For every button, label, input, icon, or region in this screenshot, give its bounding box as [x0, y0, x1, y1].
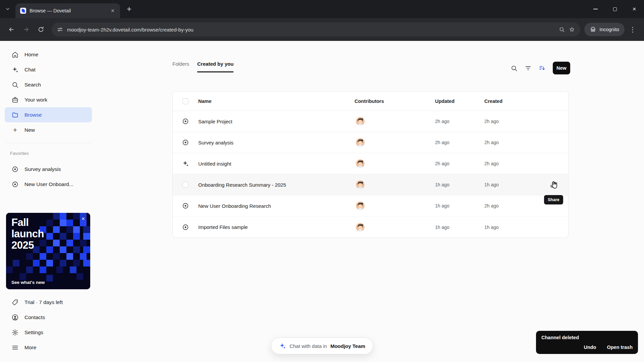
chat-pill-text: Chat with data in — [289, 343, 327, 349]
back-button[interactable] — [5, 23, 18, 36]
sidebar-item-label: Trial · 7 days left — [24, 299, 63, 305]
undo-button[interactable]: Undo — [584, 345, 596, 350]
sparkle-icon — [279, 342, 286, 350]
table-header: Name Contributors Updated Created — [173, 92, 568, 111]
reload-button[interactable] — [34, 23, 48, 36]
target-icon — [182, 202, 189, 209]
browser-menu-button[interactable]: ⋮ — [626, 23, 639, 36]
maximize-button[interactable] — [605, 0, 625, 18]
sidebar-item-trial[interactable]: Trial · 7 days left — [5, 295, 92, 310]
chat-with-data-pill[interactable]: Chat with data in Moodjoy Team — [271, 338, 373, 354]
table-row[interactable]: Sample Project 2h ago 2h ago — [173, 111, 568, 132]
sidebar-item-home[interactable]: Home — [5, 47, 92, 62]
sidebar-item-contacts[interactable]: Contacts — [5, 310, 92, 325]
forward-button[interactable] — [19, 23, 33, 36]
new-button[interactable]: New — [553, 62, 570, 74]
tab-created-by-you[interactable]: Created by you — [197, 61, 233, 72]
sidebar-nav: Home Chat Search Your work Browse + New — [0, 47, 97, 137]
table-row[interactable]: Survey analysis 2h ago 2h ago — [173, 132, 568, 153]
home-icon — [11, 51, 19, 58]
zoom-icon[interactable] — [559, 26, 565, 33]
sidebar-item-settings[interactable]: Settings — [5, 325, 92, 340]
tab-close-icon[interactable]: × — [109, 7, 117, 15]
chevron-down-icon — [5, 6, 10, 12]
sidebar-item-your-work[interactable]: Your work — [5, 92, 92, 107]
site-info-icon[interactable] — [57, 26, 63, 33]
sidebar: Home Chat Search Your work Browse + New … — [0, 41, 97, 362]
avatar-icon — [356, 201, 365, 210]
contributor-avatar — [356, 180, 365, 189]
table-row-hovered[interactable]: Onboarding Research Summary - 2025 1h ag… — [173, 174, 568, 195]
column-header-contributors[interactable]: Contributors — [355, 99, 435, 104]
new-tab-button[interactable]: + — [123, 3, 136, 15]
bookmark-star-icon[interactable] — [569, 26, 575, 33]
contributor-avatar — [356, 223, 365, 232]
sparkle-icon — [182, 160, 189, 167]
items-table: Name Contributors Updated Created Sample… — [172, 91, 569, 238]
tab-title: Browse — Dovetail — [30, 8, 105, 13]
favorite-item-new-user-onboarding[interactable]: New User Onboard... — [5, 177, 92, 192]
back-icon — [8, 26, 15, 33]
sidebar-item-chat[interactable]: Chat — [5, 62, 92, 77]
row-checkbox[interactable] — [182, 182, 189, 188]
row-name[interactable]: Onboarding Research Summary - 2025 — [198, 182, 355, 188]
contributor-avatar — [356, 201, 365, 210]
filter-button[interactable] — [524, 64, 532, 72]
row-updated: 2h ago — [435, 140, 484, 145]
favorite-item-survey-analysis[interactable]: Survey analysis — [5, 162, 92, 177]
select-all-checkbox[interactable] — [182, 98, 189, 104]
toast-title: Channel deleted — [541, 335, 633, 340]
row-updated: 1h ago — [435, 225, 484, 230]
browser-toolbar: moodjoy-team-2h2v.dovetail.com/browse/cr… — [0, 18, 644, 41]
promo-card[interactable]: Fall launch 2025 See what's new × — [6, 213, 90, 289]
folder-icon — [11, 111, 19, 119]
sidebar-item-label: Contacts — [24, 314, 45, 320]
column-header-created[interactable]: Created — [484, 99, 569, 104]
search-icon — [11, 81, 19, 88]
window-controls: × — [586, 0, 644, 18]
sidebar-item-new[interactable]: + New — [5, 122, 92, 137]
browser-tab[interactable]: Browse — Dovetail × — [15, 3, 120, 18]
url-text[interactable]: moodjoy-team-2h2v.dovetail.com/browse/cr… — [67, 27, 555, 33]
tab-folders[interactable]: Folders — [172, 61, 189, 72]
row-name[interactable]: Untitled insight — [198, 161, 355, 167]
sidebar-item-label: More — [24, 345, 36, 351]
gear-icon — [11, 329, 19, 336]
toast-actions: Undo Open trash — [541, 345, 633, 350]
sidebar-item-search[interactable]: Search — [5, 77, 92, 92]
target-icon — [182, 139, 189, 146]
row-name[interactable]: Survey analysis — [198, 140, 355, 145]
table-row[interactable]: New User Onboarding Research 1h ago 2h a… — [173, 195, 568, 217]
share-tooltip: Share — [544, 195, 563, 204]
row-name[interactable]: New User Onboarding Research — [198, 203, 355, 209]
sidebar-item-label: Settings — [24, 329, 43, 336]
chat-pill-team: Moodjoy Team — [330, 343, 365, 349]
open-trash-button[interactable]: Open trash — [607, 345, 633, 350]
row-name[interactable]: Imported Files sample — [198, 224, 355, 230]
sidebar-item-more[interactable]: More — [5, 340, 92, 355]
contributor-avatar — [356, 138, 365, 147]
minimize-button[interactable] — [586, 0, 605, 18]
target-icon — [182, 118, 189, 125]
incognito-icon — [590, 26, 596, 33]
toast-channel-deleted: Channel deleted Undo Open trash — [536, 331, 638, 354]
column-header-name[interactable]: Name — [198, 99, 355, 104]
promo-close-icon[interactable]: × — [79, 215, 87, 223]
row-created: 2h ago — [484, 119, 569, 124]
row-updated: 2h ago — [435, 161, 484, 166]
sidebar-item-browse[interactable]: Browse — [5, 107, 92, 122]
filter-icon — [525, 65, 532, 72]
address-bar[interactable]: moodjoy-team-2h2v.dovetail.com/browse/cr… — [52, 22, 580, 37]
dovetail-favicon-icon — [20, 8, 26, 14]
tab-search-button[interactable] — [0, 0, 15, 18]
table-row[interactable]: Untitled insight 2h ago 2h ago — [173, 153, 568, 174]
search-button[interactable] — [510, 64, 518, 72]
close-window-button[interactable]: × — [625, 0, 644, 18]
sort-button[interactable] — [538, 64, 546, 72]
browse-tabs: Folders Created by you — [172, 61, 233, 72]
column-header-updated[interactable]: Updated — [435, 99, 484, 104]
promo-link[interactable]: See what's new — [11, 280, 45, 285]
row-name[interactable]: Sample Project — [198, 119, 355, 124]
list-controls: New — [510, 62, 570, 74]
table-row[interactable]: Imported Files sample 1h ago 1h ago — [173, 217, 568, 238]
